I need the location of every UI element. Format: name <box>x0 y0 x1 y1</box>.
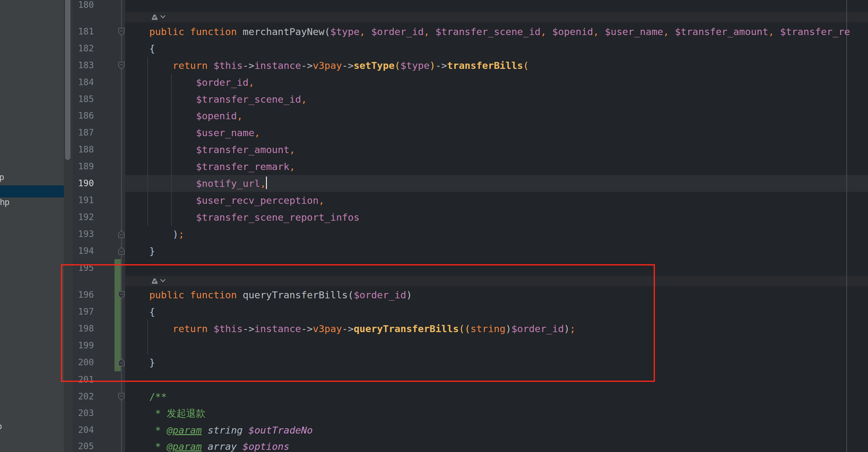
chevron-down-icon[interactable] <box>160 279 165 283</box>
gutter-line-number[interactable]: 184 <box>73 74 94 91</box>
code-token-brc: } <box>149 357 155 368</box>
code-token-kw: string <box>470 323 505 334</box>
code-token-fnp: ( <box>395 60 401 71</box>
fold-collapse-icon[interactable] <box>118 61 125 70</box>
ai-inlay-button[interactable] <box>150 12 159 22</box>
ai-sparkle-icon[interactable] <box>150 12 159 22</box>
fold-marker-icon[interactable] <box>118 392 125 401</box>
code-token-fn: transferBills <box>447 60 523 71</box>
code-token-dvr: $outTradeNo <box>248 424 313 436</box>
code-line[interactable]: $transfer_amount, <box>196 141 295 158</box>
gutter-line-number[interactable]: 193 <box>73 226 94 243</box>
code-line[interactable]: public function merchantPayNew($type, $o… <box>149 23 850 40</box>
fold-end-icon[interactable] <box>118 230 125 239</box>
gutter-line-number[interactable]: 181 <box>73 23 94 40</box>
fold-marker-icon[interactable] <box>118 247 125 255</box>
ai-sparkle-icon[interactable] <box>150 276 159 285</box>
code-token-fnp: ) <box>430 60 436 71</box>
code-line[interactable]: { <box>149 303 155 320</box>
inlay-chevron[interactable] <box>160 279 165 283</box>
gutter-line-number[interactable]: 189 <box>73 158 94 175</box>
gutter-line-number[interactable]: 190 <box>73 175 94 192</box>
gutter-line-number[interactable]: 183 <box>73 57 94 74</box>
fold-marker-icon[interactable] <box>118 358 125 367</box>
code-token-pun: , <box>289 161 296 172</box>
code-token-brc: { <box>149 306 155 318</box>
gutter-line-number[interactable]: 199 <box>73 337 94 354</box>
code-line[interactable]: { <box>149 40 155 57</box>
fold-marker-icon[interactable] <box>118 27 125 36</box>
gutter-line-number[interactable]: 187 <box>73 124 94 141</box>
code-line[interactable]: } <box>149 354 155 371</box>
sidebar-scrollbar-thumb[interactable] <box>65 0 70 160</box>
project-sidebar[interactable]: phpo <box>0 0 64 452</box>
code-token-pun: ; <box>178 229 184 240</box>
gutter-line-number[interactable]: 195 <box>73 260 94 276</box>
gutter-line-number[interactable]: 188 <box>73 141 94 158</box>
fold-collapse-icon[interactable] <box>118 291 125 299</box>
fold-collapse-icon[interactable] <box>118 27 125 36</box>
gutter-line-number[interactable]: 197 <box>73 303 94 320</box>
code-token-pln <box>774 26 780 37</box>
ai-inlay-button[interactable] <box>150 276 159 285</box>
code-line[interactable]: $openid, <box>196 108 243 124</box>
code-line[interactable]: /** <box>149 388 167 405</box>
code-line[interactable]: $order_id, <box>196 74 254 91</box>
code-line[interactable]: * 发起退款 <box>155 405 206 422</box>
code-token-kw: public function <box>149 289 243 301</box>
gutter-line-number[interactable]: 182 <box>73 40 94 57</box>
gutter-line-number[interactable]: 200 <box>73 354 94 371</box>
code-line[interactable]: * @param string $outTradeNo <box>155 422 313 439</box>
code-line[interactable]: * @param array $options <box>155 438 289 452</box>
gutter-line-number[interactable]: 194 <box>73 243 94 260</box>
ide-window: phpo 18018118218318418518618718818919019… <box>0 0 868 452</box>
sidebar-selected-row[interactable] <box>0 185 64 198</box>
gutter-line-number[interactable]: 203 <box>73 405 94 422</box>
fold-end-icon[interactable] <box>118 247 125 255</box>
code-line[interactable]: $transfer_scene_report_infos <box>196 209 360 226</box>
vcs-change-bar[interactable] <box>115 259 121 371</box>
editor-pane[interactable]: public function merchantPayNew($type, $o… <box>125 0 868 452</box>
gutter-line-number[interactable]: 202 <box>73 388 94 405</box>
sidebar-item-fragment[interactable]: o <box>0 421 2 431</box>
gutter-line-number[interactable]: 198 <box>73 320 94 337</box>
sidebar-item-fragment[interactable]: hp <box>0 197 9 207</box>
code-token-pun: , <box>301 94 307 105</box>
fold-collapse-icon[interactable] <box>118 392 125 401</box>
gutter-line-number[interactable]: 185 <box>73 91 94 108</box>
code-line[interactable]: $user_recv_perception, <box>196 192 324 209</box>
gutter-line-number[interactable]: 191 <box>73 192 94 209</box>
code-line[interactable]: $transfer_scene_id, <box>196 91 307 108</box>
code-line[interactable]: ); <box>173 226 184 243</box>
code-line[interactable]: $notify_url, <box>196 175 266 192</box>
code-token-pun: , <box>540 26 546 37</box>
fold-marker-icon[interactable] <box>118 230 125 239</box>
code-line[interactable]: public function queryTransferBills($orde… <box>149 287 412 303</box>
code-line[interactable]: } <box>149 243 155 260</box>
gutter-line-number[interactable]: 192 <box>73 209 94 226</box>
chevron-down-icon[interactable] <box>160 15 165 19</box>
inlay-chevron[interactable] <box>160 15 165 19</box>
code-line[interactable]: return $this->instance->v3pay->setType($… <box>173 57 529 74</box>
code-line[interactable]: $user_name, <box>196 124 260 141</box>
fold-end-icon[interactable] <box>118 358 125 367</box>
fold-marker-icon[interactable] <box>118 291 125 299</box>
gutter-line-number[interactable]: 205 <box>73 438 94 452</box>
line-number-gutter: 1801811821831841851861871881891901911921… <box>72 0 125 452</box>
code-token-pun: ; <box>570 323 576 334</box>
code-token-kw: public function <box>149 26 243 37</box>
code-line[interactable]: $transfer_remark, <box>196 158 295 175</box>
text-caret <box>266 177 267 189</box>
code-token-var: $type <box>331 26 360 37</box>
code-line[interactable]: return $this->instance->v3pay->queryTran… <box>173 320 576 337</box>
fold-marker-icon[interactable] <box>118 61 125 70</box>
gutter-line-number[interactable]: 180 <box>73 0 94 13</box>
code-token-var: $openid <box>552 26 593 37</box>
gutter-line-number[interactable]: 201 <box>73 371 94 388</box>
gutter-line-number[interactable]: 196 <box>73 287 94 303</box>
gutter-line-number[interactable]: 186 <box>73 108 94 124</box>
code-token-kw: return <box>173 60 214 71</box>
gutter-line-number[interactable]: 204 <box>73 422 94 439</box>
code-token-fn: setType <box>353 60 395 71</box>
sidebar-item-fragment[interactable]: p <box>0 172 4 182</box>
